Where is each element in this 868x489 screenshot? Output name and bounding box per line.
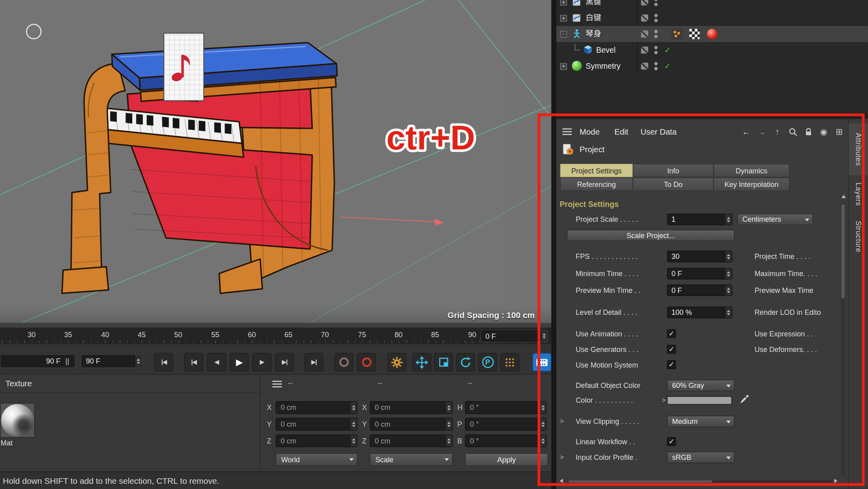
spinner-control[interactable] <box>350 418 357 430</box>
tab-dynamics[interactable]: Dynamics <box>714 164 790 177</box>
spinner-control[interactable] <box>350 402 357 413</box>
layer-toggle-icon[interactable] <box>641 46 648 54</box>
visibility-dots[interactable] <box>654 0 657 8</box>
spinner-control[interactable] <box>539 435 546 447</box>
side-tab-structure[interactable]: Structure <box>849 213 868 260</box>
rot-h-field[interactable]: 0 ° <box>465 401 547 414</box>
vertical-scroll-thumb[interactable] <box>842 204 845 298</box>
layer-toggle-icon[interactable] <box>641 14 648 22</box>
tab-to-do[interactable]: To Do <box>633 178 713 191</box>
spinner-control[interactable] <box>445 435 452 447</box>
expand-icon[interactable]: + <box>560 63 567 70</box>
scroll-left-icon[interactable] <box>559 479 563 483</box>
lock-icon[interactable] <box>802 125 815 137</box>
spinner-control[interactable] <box>539 418 546 430</box>
visibility-dots[interactable] <box>654 62 657 72</box>
horizontal-scroll-thumb[interactable] <box>569 480 713 483</box>
menu-edit[interactable]: Edit <box>615 125 629 137</box>
use-animation-checkbox[interactable]: ✓ <box>667 329 676 338</box>
add-panel-icon[interactable]: ⊞ <box>832 125 846 137</box>
record-pla-toggle[interactable] <box>500 353 519 372</box>
scroll-right-icon[interactable] <box>834 479 837 483</box>
use-motion-system-checkbox[interactable]: ✓ <box>667 360 676 369</box>
tab-project-settings[interactable]: Project Settings <box>560 164 633 177</box>
side-tab-attributes[interactable]: Attributes <box>849 123 868 175</box>
spinner-control[interactable] <box>350 435 357 447</box>
up-icon[interactable]: ↑ <box>770 125 784 137</box>
coord-system-dropdown[interactable]: World <box>276 453 358 466</box>
spinner-control[interactable] <box>725 214 732 225</box>
expand-icon[interactable]: + <box>560 0 567 6</box>
project-scale-field[interactable]: 1 <box>667 214 732 225</box>
material-thumbnail[interactable] <box>0 403 35 437</box>
spinner-control[interactable] <box>725 285 732 295</box>
goto-start-button[interactable]: |◀ <box>154 353 173 372</box>
enabled-check-icon[interactable]: ✓ <box>664 42 671 58</box>
timeline-ruler[interactable]: 30 35 40 45 50 55 60 65 70 75 80 85 90 0… <box>0 328 551 344</box>
scale-x-field[interactable]: 0 cm <box>370 401 453 414</box>
default-object-color-dropdown[interactable]: 60% Gray <box>667 380 735 391</box>
uvw-tag-icon[interactable] <box>689 29 700 39</box>
spinner-control[interactable] <box>725 307 732 318</box>
filmstrip-button[interactable] <box>533 353 551 372</box>
spinner-control[interactable] <box>135 355 142 368</box>
spinner-control[interactable] <box>725 251 732 262</box>
level-of-detail-field[interactable]: 100 % <box>667 306 732 318</box>
spinner-control[interactable] <box>540 330 547 342</box>
object-row-black-keys[interactable]: + 黑键 <box>556 0 868 10</box>
search-icon[interactable] <box>786 125 799 137</box>
color-expander[interactable]: > <box>660 395 667 406</box>
linear-workflow-checkbox[interactable]: ✓ <box>667 437 676 446</box>
goto-end-button[interactable]: ▶| <box>305 353 323 372</box>
use-generators-checkbox[interactable]: ✓ <box>667 345 676 354</box>
pos-y-field[interactable]: 0 cm <box>276 418 358 431</box>
object-row-piano-body[interactable]: - 琴身 <box>556 26 868 42</box>
previous-key-button[interactable]: |◀ <box>184 353 203 372</box>
viewport-3d[interactable]: ctr+D Grid Spacing : 100 cm <box>0 0 551 323</box>
spinner-control[interactable] <box>539 402 546 413</box>
record-rotation-toggle[interactable] <box>456 353 475 372</box>
history-icon[interactable]: ◉ <box>817 125 830 137</box>
scale-project-button[interactable]: Scale Project... <box>567 230 735 241</box>
record-scale-toggle[interactable] <box>434 353 453 372</box>
back-icon[interactable]: ← <box>740 125 753 137</box>
previous-frame-button[interactable]: ◀ <box>207 353 226 372</box>
panel-splitter[interactable] <box>551 0 556 489</box>
autokeying-button[interactable] <box>357 353 376 372</box>
layer-toggle-icon[interactable] <box>641 30 648 38</box>
preview-min-time-field[interactable]: 0 F <box>667 284 732 296</box>
spinner-control[interactable] <box>445 418 452 430</box>
panel-menu-icon[interactable] <box>562 128 572 135</box>
material-tag-icon[interactable] <box>707 29 717 39</box>
pos-z-field[interactable]: 0 cm <box>276 434 358 447</box>
panel-menu-icon[interactable] <box>273 381 282 388</box>
menu-user-data[interactable]: User Data <box>641 125 677 137</box>
layer-toggle-icon[interactable] <box>641 63 648 70</box>
record-parameters-toggle[interactable]: P <box>478 353 497 372</box>
collapse-icon[interactable]: - <box>560 31 567 38</box>
spinner-control[interactable] <box>445 402 452 413</box>
view-clipping-expander[interactable]: > <box>558 415 565 427</box>
next-key-button[interactable]: ▶| <box>275 353 294 372</box>
eyedropper-icon[interactable] <box>739 394 750 405</box>
tab-key-interpolation[interactable]: Key Interpolation <box>714 178 790 191</box>
visibility-dots[interactable] <box>654 14 657 24</box>
spinner-control[interactable] <box>725 268 732 279</box>
enabled-check-icon[interactable]: ✓ <box>664 58 671 74</box>
visibility-dots[interactable] <box>654 30 657 40</box>
rot-p-field[interactable]: 0 ° <box>465 418 547 431</box>
view-clipping-dropdown[interactable]: Medium <box>667 415 735 427</box>
pos-x-field[interactable]: 0 cm <box>276 401 358 414</box>
range-end-field[interactable]: 90 F <box>81 354 142 368</box>
forward-icon[interactable]: → <box>755 125 768 137</box>
next-frame-button[interactable]: ▶ <box>253 353 271 372</box>
minimum-time-field[interactable]: 0 F <box>667 268 732 279</box>
side-tab-layers[interactable]: Layers <box>849 177 868 212</box>
rot-b-field[interactable]: 0 ° <box>465 434 547 447</box>
menu-mode[interactable]: Mode <box>579 125 599 137</box>
object-row-symmetry[interactable]: + Symmetry ✓ <box>556 58 868 74</box>
keyframe-settings-button[interactable] <box>388 353 406 372</box>
expand-icon[interactable]: + <box>560 15 567 22</box>
current-frame-field[interactable]: 0 F <box>480 329 548 342</box>
tab-referencing[interactable]: Referencing <box>560 178 633 191</box>
